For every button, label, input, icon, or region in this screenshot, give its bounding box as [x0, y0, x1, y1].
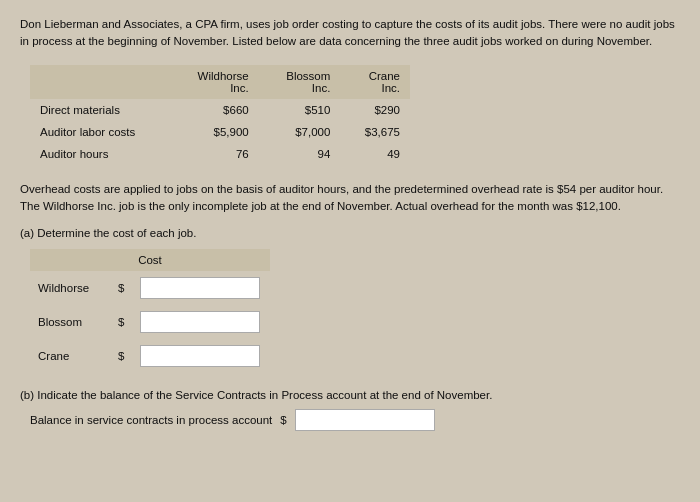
- cell-blossom-hours: 94: [259, 143, 341, 165]
- cell-wildhorse-hours: 76: [170, 143, 259, 165]
- table-row: Auditor labor costs $5,900 $7,000 $3,675: [30, 121, 410, 143]
- col-header-empty: [30, 65, 170, 99]
- cell-blossom-labor: $7,000: [259, 121, 341, 143]
- row-label-labor: Auditor labor costs: [30, 121, 170, 143]
- cost-row-crane: Crane $: [30, 339, 270, 373]
- cost-row-wildhorse: Wildhorse $: [30, 271, 270, 305]
- col-header-crane: Crane Inc.: [340, 65, 410, 99]
- cost-input-blossom-cell: [132, 305, 270, 339]
- part-b-text: (b) Indicate the balance of the Service …: [20, 389, 680, 401]
- dollar-blossom: $: [110, 305, 132, 339]
- cost-label-wildhorse: Wildhorse: [30, 271, 110, 305]
- part-b-dollar: $: [280, 414, 286, 426]
- cost-label-crane: Crane: [30, 339, 110, 373]
- cost-input-crane-cell: [132, 339, 270, 373]
- col-header-blossom: Blossom Inc.: [259, 65, 341, 99]
- cell-crane-labor: $3,675: [340, 121, 410, 143]
- cost-input-wildhorse[interactable]: [140, 277, 260, 299]
- cost-input-wildhorse-cell: [132, 271, 270, 305]
- part-b-row-label: Balance in service contracts in process …: [30, 414, 272, 426]
- cell-crane-hours: 49: [340, 143, 410, 165]
- overhead-text: Overhead costs are applied to jobs on th…: [20, 181, 680, 216]
- dollar-wildhorse: $: [110, 271, 132, 305]
- cost-header: Cost: [30, 249, 270, 271]
- cell-crane-materials: $290: [340, 99, 410, 121]
- part-a-label: (a) Determine the cost of each job.: [20, 227, 680, 239]
- cell-wildhorse-materials: $660: [170, 99, 259, 121]
- part-b-row: Balance in service contracts in process …: [30, 409, 680, 431]
- cell-wildhorse-labor: $5,900: [170, 121, 259, 143]
- table-row: Auditor hours 76 94 49: [30, 143, 410, 165]
- data-table: Wildhorse Inc. Blossom Inc. Crane Inc. D…: [30, 65, 410, 165]
- cell-blossom-materials: $510: [259, 99, 341, 121]
- intro-text: Don Lieberman and Associates, a CPA firm…: [20, 16, 680, 51]
- cost-input-blossom[interactable]: [140, 311, 260, 333]
- cost-input-crane[interactable]: [140, 345, 260, 367]
- col-header-wildhorse: Wildhorse Inc.: [170, 65, 259, 99]
- cost-table: Cost Wildhorse $ Blossom $ Crane $: [30, 249, 270, 373]
- cost-label-blossom: Blossom: [30, 305, 110, 339]
- part-b-input[interactable]: [295, 409, 435, 431]
- dollar-crane: $: [110, 339, 132, 373]
- cost-row-blossom: Blossom $: [30, 305, 270, 339]
- table-row: Direct materials $660 $510 $290: [30, 99, 410, 121]
- row-label-hours: Auditor hours: [30, 143, 170, 165]
- row-label-materials: Direct materials: [30, 99, 170, 121]
